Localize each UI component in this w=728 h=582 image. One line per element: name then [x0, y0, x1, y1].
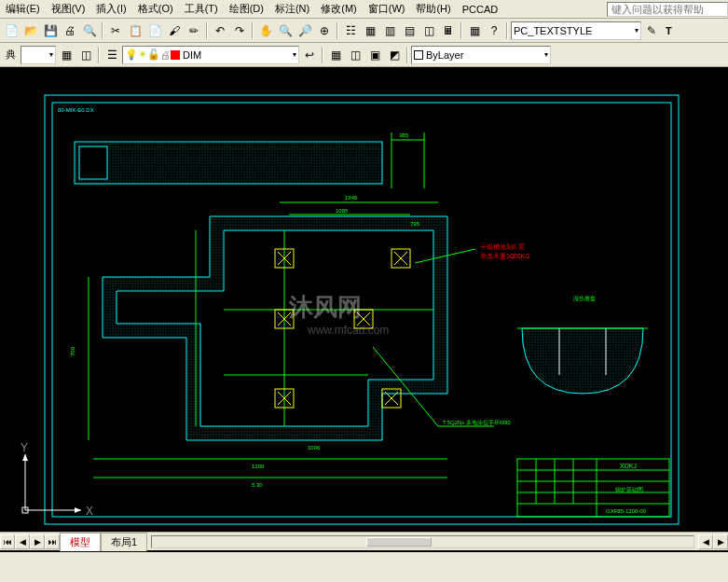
menu-dim[interactable]: 标注(N) — [269, 0, 315, 18]
separator — [322, 47, 323, 63]
text-style-value: PC_TEXTSTYLE — [514, 25, 592, 36]
left-label: 典 — [2, 48, 20, 62]
zoom-prev-icon[interactable]: 🔎 — [295, 21, 314, 40]
svg-marker-41 — [75, 507, 81, 513]
bulb-icon: 💡 — [125, 48, 138, 61]
menu-format[interactable]: 格式(O) — [132, 0, 179, 18]
zoom-realtime-icon[interactable]: 🔍 — [276, 21, 295, 40]
layer-color-swatch — [171, 50, 180, 60]
frame-label: 00-MIX-E0.DX — [58, 107, 94, 113]
chevron-down-icon: ▾ — [541, 50, 548, 59]
scroll-right-icon[interactable]: ▶ — [713, 534, 728, 549]
preview-icon[interactable]: 🔍 — [80, 21, 99, 40]
help-icon[interactable]: ? — [485, 21, 503, 40]
separator — [506, 22, 508, 39]
text-style-dropdown[interactable]: PC_TEXTSTYLE ▾ — [511, 21, 641, 40]
layer-tool-icon[interactable]: ▦ — [57, 46, 76, 64]
scrollbar-thumb[interactable] — [366, 537, 432, 547]
match-icon[interactable]: 🖌 — [165, 21, 184, 40]
design-center-icon[interactable]: ▦ — [361, 21, 379, 40]
layer-tool4-icon[interactable]: ▣ — [365, 46, 384, 64]
tool-palette-icon[interactable]: ▥ — [380, 21, 399, 40]
tab-next-icon[interactable]: ▶ — [30, 534, 45, 549]
tab-layout1[interactable]: 布局1 — [101, 533, 147, 551]
dim-1085: 1085 — [336, 208, 349, 214]
paste-icon[interactable]: 📄 — [145, 21, 164, 40]
table-icon[interactable]: ▦ — [465, 21, 484, 40]
text-suffix-label: T — [662, 25, 676, 36]
copy-icon[interactable]: 📋 — [126, 21, 144, 40]
layer-prev-icon[interactable]: ↩ — [300, 46, 319, 64]
menu-edit[interactable]: 编辑(E) — [0, 0, 46, 18]
separator — [98, 47, 100, 63]
menu-bar: 编辑(E) 视图(V) 插入(I) 格式(O) 工具(T) 绘图(D) 标注(N… — [0, 0, 728, 19]
tab-model[interactable]: 模型 — [60, 533, 101, 551]
color-value: ByLayer — [426, 49, 463, 61]
menu-pccad[interactable]: PCCAD — [457, 2, 504, 17]
dim-1345: 1345 — [345, 195, 358, 201]
leader-note: T.5Q2Nx.多地涂位手环M30 — [443, 420, 511, 425]
scroll-left-icon[interactable]: ◀ — [698, 534, 713, 549]
pan-icon[interactable]: ✋ — [256, 21, 275, 40]
print-icon[interactable]: 🖨 — [61, 21, 79, 40]
horizontal-scrollbar[interactable] — [151, 535, 694, 548]
title-block: XDKJ 锅炉基础图 GXF85-1200-00 — [517, 459, 669, 517]
standard-toolbar: 📄 📂 💾 🖨 🔍 ✂ 📋 📄 🖌 ✏ ↶ ↷ ✋ 🔍 🔎 ⊕ ☷ ▦ ▥ ▤ … — [0, 19, 728, 43]
dim-530: 5.30 — [252, 482, 263, 488]
open-icon[interactable]: 📂 — [21, 21, 40, 40]
menu-draw[interactable]: 绘图(D) — [224, 0, 269, 18]
drawing-viewport[interactable]: 00-MIX-E0.DX 385 134 — [0, 67, 728, 552]
layer-tool2-icon[interactable]: ▦ — [326, 46, 345, 64]
color-dropdown[interactable]: ByLayer ▾ — [411, 46, 551, 64]
dim-left: 700 — [70, 346, 76, 356]
separator — [252, 22, 254, 39]
titleblock-dwgno: GXF85-1200-00 — [606, 508, 647, 514]
svg-rect-31 — [517, 459, 669, 517]
aux-dropdown[interactable]: ▾ — [21, 46, 56, 64]
plot-icon: 🖨 — [160, 49, 171, 61]
separator — [460, 22, 462, 39]
titleblock-company: XDKJ — [620, 463, 637, 469]
menu-insert[interactable]: 插入(I) — [90, 0, 131, 18]
layer-name: DIM — [183, 49, 201, 61]
layer-dropdown[interactable]: 💡 ☀ 🔓 🖨 DIM ▾ — [122, 46, 299, 64]
layer-states-icon[interactable]: ◫ — [76, 46, 95, 64]
menu-help[interactable]: 帮助(H) — [410, 0, 456, 18]
ucs-y-label: Y — [21, 441, 28, 454]
help-search-input[interactable] — [607, 2, 728, 17]
paint-icon[interactable]: ✏ — [185, 21, 203, 40]
layer-tool5-icon[interactable]: ◩ — [385, 46, 404, 64]
menu-window[interactable]: 窗口(W) — [363, 0, 411, 18]
cut-icon[interactable]: ✂ — [106, 21, 125, 40]
layer-manager-icon[interactable]: ☰ — [103, 46, 121, 64]
markup-icon[interactable]: ◫ — [419, 21, 438, 40]
layer-tool3-icon[interactable]: ◫ — [346, 46, 364, 64]
redo-icon[interactable]: ↷ — [230, 21, 249, 40]
chevron-down-icon: ▾ — [631, 26, 639, 35]
dim-1200: 1200 — [252, 464, 265, 469]
separator — [337, 22, 338, 39]
dim-1006: 1006 — [308, 445, 321, 450]
menu-tools[interactable]: 工具(T) — [179, 0, 224, 18]
tab-first-icon[interactable]: ⏮ — [0, 534, 15, 549]
zoom-icon[interactable]: ⊕ — [315, 21, 334, 40]
svg-marker-43 — [22, 454, 28, 461]
dim-795: 795 — [410, 221, 420, 227]
save-icon[interactable]: 💾 — [41, 21, 60, 40]
calc-icon[interactable]: 🖩 — [439, 21, 458, 40]
chevron-down-icon: ▾ — [289, 50, 296, 59]
style-icon[interactable]: ✎ — [642, 21, 661, 40]
pit-section — [522, 328, 643, 394]
sheet-icon[interactable]: ▤ — [400, 21, 419, 40]
ucs-icon: X Y — [11, 440, 95, 524]
ucs-x-label: X — [86, 505, 93, 518]
menu-modify[interactable]: 修改(M) — [315, 0, 363, 18]
undo-icon[interactable]: ↶ — [211, 21, 229, 40]
tab-prev-icon[interactable]: ◀ — [15, 534, 30, 549]
new-icon[interactable]: 📄 — [2, 21, 21, 40]
tab-last-icon[interactable]: ⏭ — [45, 534, 60, 549]
menu-view[interactable]: 视图(V) — [46, 0, 91, 18]
chevron-down-icon: ▾ — [46, 50, 53, 59]
layout-tabs-bar: ⏮ ◀ ▶ ⏭ 模型 布局1 ◀ ▶ — [0, 532, 728, 550]
properties-icon[interactable]: ☷ — [341, 21, 360, 40]
